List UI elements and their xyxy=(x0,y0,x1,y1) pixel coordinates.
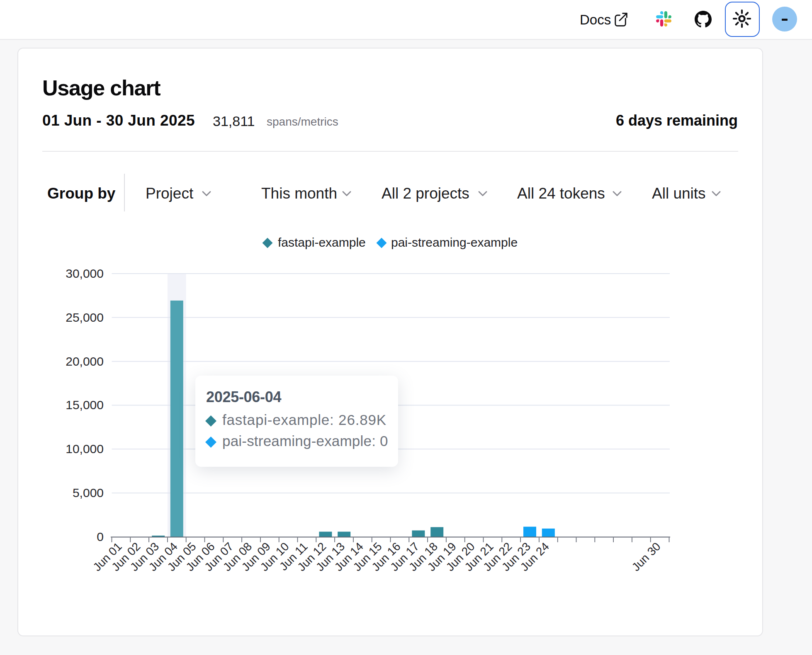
svg-text:Jun 30: Jun 30 xyxy=(629,540,663,573)
svg-text:20,000: 20,000 xyxy=(66,354,104,368)
svg-text:15,000: 15,000 xyxy=(66,398,104,412)
svg-text:30,000: 30,000 xyxy=(66,267,104,280)
svg-text:0: 0 xyxy=(97,530,104,543)
svg-text:5,000: 5,000 xyxy=(73,486,104,500)
svg-text:25,000: 25,000 xyxy=(66,311,104,324)
svg-text:10,000: 10,000 xyxy=(66,442,104,456)
